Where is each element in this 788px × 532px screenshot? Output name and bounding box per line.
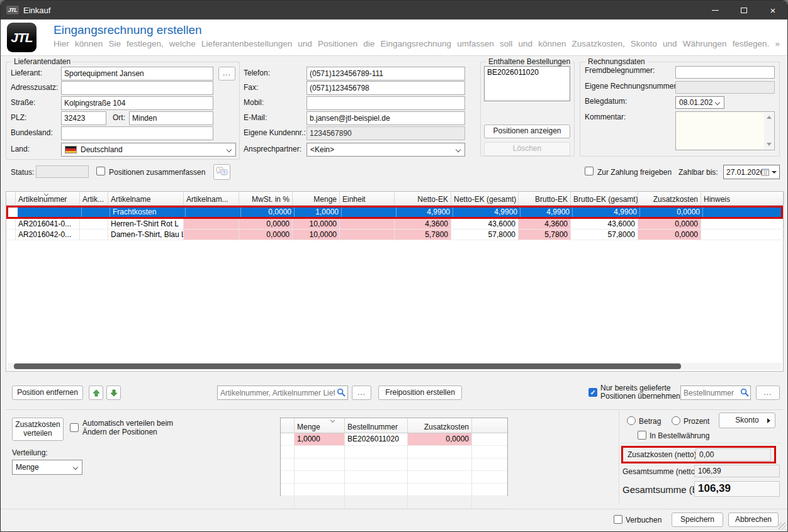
cell-mwst[interactable]: 0,0000 xyxy=(241,208,295,217)
cell-name2[interactable] xyxy=(184,230,239,240)
cell-zk[interactable]: 0,0000 xyxy=(408,433,472,446)
cell-bek[interactable]: 5,7800 xyxy=(519,230,571,240)
cell-nek[interactable]: 4,9900 xyxy=(397,208,453,217)
column-header-hinweis[interactable]: Hinweis xyxy=(701,192,784,205)
grid-scrollbar-thumb[interactable] xyxy=(14,363,681,369)
cell-artnr[interactable]: AR2016042-0... xyxy=(16,230,80,240)
show-positions-button[interactable]: Positionen anzeigen xyxy=(484,125,570,138)
cell-bekg[interactable]: 57,8000 xyxy=(571,230,638,240)
cell-name2[interactable] xyxy=(184,219,239,230)
verbuchen-checkbox[interactable] xyxy=(614,515,622,524)
prozent-radio[interactable] xyxy=(672,416,680,425)
orders-listbox[interactable]: BE2026011020 xyxy=(484,66,570,101)
cell-nekg[interactable]: 57,8000 xyxy=(451,230,519,240)
column-header-art2[interactable]: Artik... xyxy=(80,192,108,205)
mobil-input[interactable] xyxy=(307,96,465,110)
column-header-artnr[interactable]: Artikelnummer xyxy=(16,192,80,205)
cell-name[interactable]: Herren-T-Shirt Rot L xyxy=(108,219,184,230)
lieferant-input[interactable] xyxy=(61,67,213,80)
combine-help-button[interactable]: ? ? xyxy=(213,164,230,180)
table-row[interactable]: 1,0000BE20260110200,0000 xyxy=(281,433,507,446)
ort-input[interactable] xyxy=(129,111,213,125)
cell-art2[interactable] xyxy=(80,219,108,230)
table-row[interactable]: AR2016041-0...Herren-T-Shirt Rot L0,0000… xyxy=(6,219,783,230)
column-header-nekg[interactable]: Netto-EK (gesamt) xyxy=(451,192,519,205)
row-selector[interactable] xyxy=(6,219,16,230)
distribute-costs-button[interactable]: Zusatzkostenverteilen xyxy=(12,418,64,441)
cell-nekg[interactable]: 4,9900 xyxy=(453,208,521,217)
article-search-input[interactable] xyxy=(217,385,348,400)
cell-einheit[interactable] xyxy=(340,219,395,230)
cell-name2[interactable] xyxy=(186,208,241,217)
cell-zk[interactable]: 0,0000 xyxy=(638,230,701,240)
column-header-bekg[interactable]: Brutto-EK (gesamt) xyxy=(571,192,638,205)
order-search-more-button[interactable]: ... xyxy=(756,385,780,400)
betrag-radio[interactable] xyxy=(627,416,636,425)
remove-position-button[interactable]: Position entfernen xyxy=(12,385,83,400)
combine-positions-checkbox[interactable] xyxy=(96,167,105,175)
land-select[interactable]: Deutschland xyxy=(61,143,236,157)
cell-zk[interactable]: 0,0000 xyxy=(638,219,701,230)
cell-art2[interactable] xyxy=(82,208,110,217)
column-header-bestellnr[interactable]: Bestellnummer xyxy=(345,418,408,433)
column-header-nek[interactable]: Netto-EK xyxy=(395,192,451,205)
cell-einheit[interactable] xyxy=(340,230,395,240)
fremdbeleg-input[interactable] xyxy=(675,66,775,79)
cell-nek[interactable]: 4,3600 xyxy=(395,219,451,230)
belegdatum-select[interactable]: 08.01.202 xyxy=(675,96,724,109)
cell-art2[interactable] xyxy=(80,230,108,240)
verteilung-select[interactable]: Menge xyxy=(12,460,82,475)
delivered-only-checkbox[interactable]: ✓ xyxy=(588,388,597,397)
cell-nek[interactable]: 5,7800 xyxy=(395,230,451,240)
cell-menge[interactable]: 10,0000 xyxy=(293,230,340,240)
cell-menge[interactable]: 1,0000 xyxy=(295,433,345,446)
browse-supplier-button[interactable]: ... xyxy=(218,67,235,80)
cell-zk[interactable]: 0,0000 xyxy=(640,208,703,217)
kommentar-textarea[interactable] xyxy=(675,111,775,150)
kommentar-scrollbar[interactable] xyxy=(764,113,774,149)
column-header-mwst[interactable]: MwSt. in % xyxy=(239,192,293,205)
cell-bestellnr[interactable]: BE2026011020 xyxy=(345,433,408,446)
row-selector[interactable] xyxy=(6,230,16,240)
cell-hinweis[interactable] xyxy=(703,208,786,217)
column-header-zk[interactable]: Zusatzkosten xyxy=(408,418,472,433)
cell-bekg[interactable]: 43,6000 xyxy=(571,219,638,230)
cell-mwst[interactable]: 0,0000 xyxy=(239,230,293,240)
email-input[interactable] xyxy=(307,111,465,125)
cell-nekg[interactable]: 43,6000 xyxy=(451,219,519,230)
delete-order-button[interactable]: Löschen xyxy=(484,142,570,156)
row-selector[interactable] xyxy=(8,208,18,217)
adresszusatz-input[interactable] xyxy=(61,81,213,95)
skonto-button[interactable]: Skonto xyxy=(719,413,775,428)
cell-mwst[interactable]: 0,0000 xyxy=(239,219,293,230)
plz-input[interactable] xyxy=(61,111,106,125)
cell-einheit[interactable] xyxy=(342,208,397,217)
save-button[interactable]: Speichern xyxy=(672,513,723,527)
article-search-more-button[interactable]: ... xyxy=(352,385,371,400)
bundesland-input[interactable] xyxy=(61,126,213,140)
resize-grip[interactable] xyxy=(779,523,786,530)
telefon-input[interactable] xyxy=(307,67,465,80)
grid-horizontal-scrollbar[interactable] xyxy=(8,363,782,370)
payable-until-datepicker[interactable]: 27.01.2026 xyxy=(723,165,780,179)
pay-release-checkbox[interactable] xyxy=(585,167,594,175)
column-header-name2[interactable]: Artikelnam... xyxy=(184,192,239,205)
order-currency-checkbox[interactable] xyxy=(638,431,646,440)
cell-name[interactable]: Frachtkosten xyxy=(110,208,186,217)
column-header-bek[interactable]: Brutto-EK xyxy=(519,192,571,205)
table-row[interactable]: Frachtkosten0,00001,00004,99004,99004,99… xyxy=(6,206,783,219)
row-selector[interactable] xyxy=(281,433,295,446)
cell-bekg[interactable]: 4,9900 xyxy=(573,208,640,217)
cell-name[interactable]: Damen-T-Shirt, Blau L xyxy=(108,230,184,240)
table-row[interactable]: AR2016042-0...Damen-T-Shirt, Blau L0,000… xyxy=(6,230,783,240)
cancel-button[interactable]: Abbrechen xyxy=(728,513,779,527)
column-header-menge[interactable]: Menge xyxy=(293,192,340,205)
move-up-button[interactable] xyxy=(89,385,103,400)
cell-menge[interactable]: 1,0000 xyxy=(295,208,342,217)
freeposition-button[interactable]: Freiposition erstellen xyxy=(378,385,462,400)
cell-artnr[interactable]: AR2016041-0... xyxy=(16,219,80,230)
close-button[interactable]: × xyxy=(758,1,787,19)
cell-hinweis[interactable] xyxy=(701,219,784,230)
auto-distribute-checkbox[interactable] xyxy=(70,423,79,432)
column-header-name[interactable]: Artikelname xyxy=(108,192,184,205)
